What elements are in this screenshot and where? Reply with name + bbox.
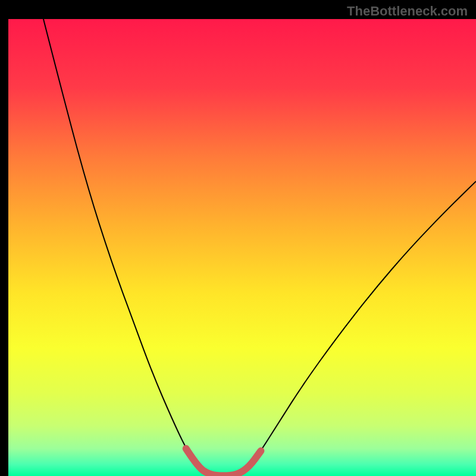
chart-svg — [8, 19, 476, 476]
chart-frame: TheBottleneck.com — [0, 0, 476, 476]
gradient-background — [8, 19, 476, 476]
watermark-text: TheBottleneck.com — [347, 4, 468, 19]
plot-area — [8, 19, 476, 476]
